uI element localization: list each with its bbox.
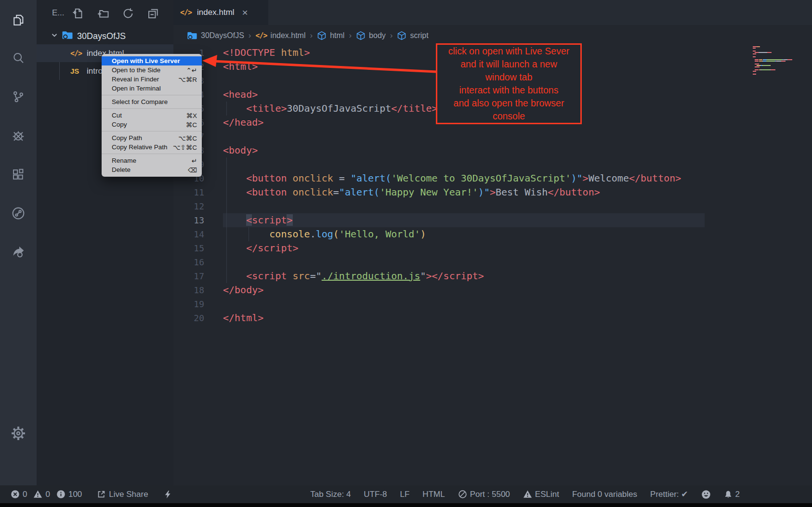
explorer-icon[interactable]: [0, 6, 37, 34]
menu-item-open-in-terminal[interactable]: Open in Terminal: [102, 84, 202, 93]
status-prettier[interactable]: Prettier: ✔: [650, 489, 688, 499]
search-icon[interactable]: [0, 44, 37, 72]
menu-item-open-with-live-server[interactable]: Open with Live Server: [102, 56, 202, 65]
tab-bar: </> index.html ×: [173, 0, 812, 25]
warning-icon: [523, 490, 532, 499]
code-line-15: </script>: [223, 241, 681, 255]
error-icon: [11, 490, 20, 499]
annotation-box: click on open with Live Severand it will…: [436, 43, 582, 124]
code-line-18: </body>: [223, 283, 681, 297]
menu-separator: [102, 154, 202, 154]
code-line-8: <body>: [223, 143, 681, 157]
status-0[interactable]: 0: [33, 490, 50, 499]
status-utf-8[interactable]: UTF-8: [364, 490, 387, 499]
folder-icon: [62, 29, 73, 43]
close-tab-icon[interactable]: ×: [242, 7, 248, 18]
tab-index-html[interactable]: </> index.html ×: [173, 0, 268, 25]
annotation-line: interact with the buttons: [437, 84, 580, 97]
folder-icon: [187, 30, 197, 41]
breadcrumb-30daysofjs[interactable]: 30DaysOfJS: [187, 30, 244, 41]
settings-gear-icon[interactable]: [0, 419, 37, 447]
annotation-line: and also open the browser: [437, 97, 580, 110]
code-line-10: <button onclick = "alert('Welcome to 30D…: [223, 171, 681, 185]
tree-root-folder[interactable]: 30DaysOfJS: [37, 28, 173, 44]
status-tab-size-4[interactable]: Tab Size: 4: [310, 490, 351, 499]
collapse-folders-icon[interactable]: [146, 7, 160, 20]
status-2[interactable]: 2: [724, 490, 740, 499]
breadcrumb-separator: ›: [349, 31, 352, 40]
live-share-icon: [97, 490, 106, 499]
code-line-20: </html>: [223, 311, 681, 325]
run-and-debug-icon[interactable]: [0, 122, 37, 150]
breadcrumb-html[interactable]: html: [317, 31, 344, 40]
status-100[interactable]: 100: [56, 490, 82, 499]
menu-item-select-for-compare[interactable]: Select for Compare: [102, 97, 202, 106]
status-live-share[interactable]: Live Share: [97, 490, 148, 499]
breadcrumb-separator: ›: [390, 31, 393, 40]
menu-item-copy[interactable]: Copy⌘C: [102, 120, 202, 129]
breadcrumb-separator: ›: [249, 31, 251, 40]
cube-icon: [397, 31, 406, 40]
status-lf[interactable]: LF: [400, 490, 410, 499]
breadcrumb-separator: ›: [310, 31, 313, 40]
smiley-icon: [701, 490, 711, 499]
menu-item-copy-path[interactable]: Copy Path⌥⌘C: [102, 133, 202, 143]
menu-item-open-to-the-side[interactable]: Open to the Side⌃↵: [102, 65, 202, 75]
context-menu: Open with Live ServerOpen to the Side⌃↵R…: [102, 54, 202, 177]
new-file-icon[interactable]: [71, 7, 85, 20]
extensions-icon[interactable]: [0, 161, 37, 189]
annotation-line: click on open with Live Sever: [437, 45, 580, 58]
activity-bar: [0, 0, 37, 503]
status-0[interactable]: 0: [11, 490, 27, 499]
tab-label: index.html: [197, 8, 234, 17]
warning-icon: [33, 490, 42, 499]
cube-icon: [356, 31, 366, 40]
menu-item-cut[interactable]: Cut⌘X: [102, 111, 202, 120]
breadcrumb-body[interactable]: body: [356, 31, 386, 40]
html-file-icon: </>: [70, 49, 87, 58]
status-lightning[interactable]: [163, 490, 172, 499]
info-icon: [56, 490, 65, 499]
js-file-icon: JS: [70, 67, 87, 75]
html-file-icon: </>: [180, 8, 192, 17]
root-folder-label: 30DaysOfJS: [77, 31, 126, 41]
menu-item-reveal-in-finder[interactable]: Reveal in Finder⌥⌘R: [102, 75, 202, 84]
code-line-14: console.log('Hello, World'): [223, 227, 681, 241]
menu-separator: [102, 108, 202, 109]
status-html[interactable]: HTML: [422, 490, 445, 499]
chevron-down-icon: [50, 31, 59, 42]
html-icon: </>: [255, 31, 267, 40]
code-line-19: [223, 297, 681, 311]
window-bottom-edge: [0, 503, 812, 507]
breadcrumb: 30DaysOfJS›</>index.html›html›body›scrip…: [173, 25, 812, 46]
code-line-7: [223, 130, 681, 143]
minimap[interactable]: [753, 46, 797, 75]
menu-separator: [102, 131, 202, 131]
breadcrumb-index-html[interactable]: </>index.html: [255, 31, 305, 40]
code-line-13: <script>: [223, 213, 681, 227]
live-share-icon[interactable]: [0, 199, 37, 227]
menu-item-rename[interactable]: Rename↵: [102, 156, 202, 165]
code-line-16: [223, 255, 681, 269]
status-port-5500[interactable]: Port : 5500: [458, 490, 510, 499]
code-line-12: [223, 199, 681, 213]
share-icon[interactable]: [0, 238, 37, 266]
source-control-icon[interactable]: [0, 83, 37, 111]
status-bar: 00100Live Share Tab Size: 4UTF-8LFHTMLPo…: [0, 485, 812, 503]
annotation-line: and it will launch a new: [437, 58, 580, 71]
status-eslint[interactable]: ESLint: [523, 490, 559, 499]
menu-item-copy-relative-path[interactable]: Copy Relative Path⌥⇧⌘C: [102, 143, 202, 152]
status-smiley[interactable]: [701, 490, 711, 499]
code-line-9: [223, 157, 681, 171]
explorer-title: E...: [52, 8, 65, 18]
code-line-11: <button onclick="alert('Happy New Year!'…: [223, 185, 681, 199]
status-found-0-variables[interactable]: Found 0 variables: [572, 490, 637, 499]
bell-icon: [724, 490, 733, 499]
new-folder-icon[interactable]: [96, 7, 110, 20]
refresh-explorer-icon[interactable]: [121, 7, 135, 20]
menu-item-delete[interactable]: Delete⌫: [102, 165, 202, 174]
port-icon: [458, 490, 467, 499]
lightning-icon: [163, 490, 172, 499]
breadcrumb-script[interactable]: script: [397, 31, 428, 40]
code-line-17: <script src="./introduction.js"></script…: [223, 269, 681, 283]
